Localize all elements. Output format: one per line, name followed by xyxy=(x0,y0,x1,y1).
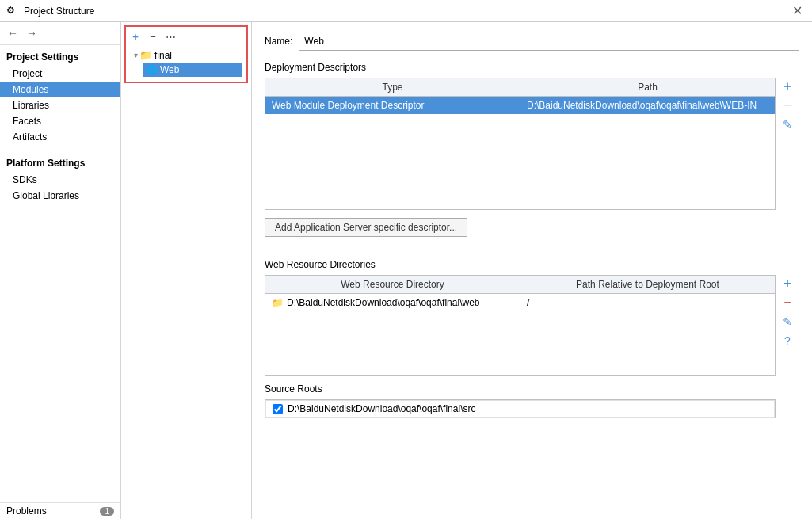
name-input[interactable] xyxy=(299,32,799,51)
sidebar-item-facets[interactable]: Facets xyxy=(0,113,120,129)
deployment-descriptors-table: Type Path Web Module Deployment Descript… xyxy=(265,78,776,210)
problems-item[interactable]: Problems 1 xyxy=(0,502,120,519)
deployment-descriptors-title: Deployment Descriptors xyxy=(265,62,799,73)
empty-space xyxy=(265,114,775,209)
sidebar-item-modules[interactable]: Modules xyxy=(0,82,120,97)
deployment-descriptors-header: Type Path xyxy=(265,78,775,97)
sidebar-item-global-libraries[interactable]: Global Libraries xyxy=(0,188,120,204)
module-tree-toolbar-wrapper: + − ⋯ ▾ 📁 final 🌐 Web xyxy=(124,25,248,83)
sidebar-item-libraries[interactable]: Libraries xyxy=(0,97,120,113)
more-options-button[interactable]: ⋯ xyxy=(162,29,178,44)
add-application-server-button[interactable]: Add Application Server specific descript… xyxy=(265,218,467,237)
type-cell: Web Module Deployment Descriptor xyxy=(265,97,520,114)
edit-descriptor-button[interactable]: ✎ xyxy=(779,116,796,133)
sidebar-item-sdks[interactable]: SDKs xyxy=(0,172,120,188)
add-descriptor-button[interactable]: + xyxy=(779,78,796,95)
web-resource-header: Web Resource Directory Path Relative to … xyxy=(265,276,775,294)
source-root-checkbox[interactable] xyxy=(273,404,283,414)
title-bar: ⚙ Project Structure ✕ xyxy=(0,0,812,22)
path-column-header: Path xyxy=(520,78,775,96)
problems-badge: 1 xyxy=(100,507,114,516)
content-area: Name: Deployment Descriptors Type Path W… xyxy=(252,22,812,519)
project-settings-label: Project Settings xyxy=(0,45,120,66)
remove-module-button[interactable]: − xyxy=(145,29,161,44)
web-resource-directories-container: Web Resource Directory Path Relative to … xyxy=(265,275,776,376)
tree-item-web-label: Web xyxy=(160,64,179,75)
path-cell: D:\BaiduNetdiskDownload\oqaf\oqaf\final\… xyxy=(520,97,775,114)
edit-web-resource-button[interactable]: ✎ xyxy=(779,313,796,330)
web-resource-directories-title: Web Resource Directories xyxy=(265,259,799,270)
tree-item-final-label: final xyxy=(154,50,172,61)
web-folder-icon: 📁 xyxy=(272,297,284,308)
module-tree-panel: + − ⋯ ▾ 📁 final 🌐 Web xyxy=(121,22,252,519)
web-resource-table-row[interactable]: 📁 D:\BaiduNetdiskDownload\oqaf\oqaf\fina… xyxy=(265,294,775,311)
type-column-header: Type xyxy=(265,78,520,96)
source-roots-container: D:\BaiduNetdiskDownload\oqaf\oqaf\final\… xyxy=(265,399,776,418)
deployment-descriptors-container: Type Path Web Module Deployment Descript… xyxy=(265,78,776,210)
relative-path-column-header: Path Relative to Deployment Root xyxy=(520,276,775,293)
module-tree-toolbar: + − ⋯ xyxy=(128,29,245,44)
add-web-resource-button[interactable]: + xyxy=(779,275,796,292)
folder-icon: 📁 xyxy=(139,49,152,61)
add-server-descriptor-wrapper: Add Application Server specific descript… xyxy=(265,218,799,248)
source-roots-title: Source Roots xyxy=(265,384,799,395)
web-resource-empty-space xyxy=(265,311,775,375)
sidebar-nav: ← → xyxy=(0,22,120,45)
problems-label: Problems xyxy=(6,506,47,517)
relative-path-cell: / xyxy=(520,294,775,311)
source-roots-table: D:\BaiduNetdiskDownload\oqaf\oqaf\final\… xyxy=(265,399,776,418)
app-icon: ⚙ xyxy=(6,5,19,17)
remove-web-resource-button[interactable]: − xyxy=(779,294,796,311)
web-resource-side-buttons: + − ✎ ? xyxy=(779,275,796,349)
module-icon: 🌐 xyxy=(147,65,158,75)
tree-content: ▾ 📁 final 🌐 Web xyxy=(128,44,245,80)
sidebar-item-project[interactable]: Project xyxy=(0,66,120,82)
forward-button[interactable]: → xyxy=(24,25,40,41)
source-root-path: D:\BaiduNetdiskDownload\oqaf\oqaf\final\… xyxy=(288,403,475,414)
help-web-resource-button[interactable]: ? xyxy=(779,332,796,349)
deployment-side-buttons: + − ✎ xyxy=(779,78,796,133)
platform-settings-label: Platform Settings xyxy=(0,151,120,172)
table-row[interactable]: Web Module Deployment Descriptor D:\Baid… xyxy=(265,97,775,114)
web-dir-cell: 📁 D:\BaiduNetdiskDownload\oqaf\oqaf\fina… xyxy=(265,294,520,311)
name-row: Name: xyxy=(265,32,799,51)
sidebar: ← → Project Settings Project Modules Lib… xyxy=(0,22,121,519)
add-module-button[interactable]: + xyxy=(128,29,143,44)
source-root-row[interactable]: D:\BaiduNetdiskDownload\oqaf\oqaf\final\… xyxy=(265,400,775,418)
back-button[interactable]: ← xyxy=(5,25,21,41)
title-bar-text: Project Structure xyxy=(24,6,789,17)
name-label: Name: xyxy=(265,36,292,47)
remove-descriptor-button[interactable]: − xyxy=(779,97,796,114)
tree-item-final[interactable]: ▾ 📁 final xyxy=(131,48,242,63)
web-dir-column-header: Web Resource Directory xyxy=(265,276,520,293)
web-resource-directories-table: Web Resource Directory Path Relative to … xyxy=(265,275,776,376)
tree-item-web[interactable]: 🌐 Web xyxy=(143,63,242,77)
sidebar-item-artifacts[interactable]: Artifacts xyxy=(0,129,120,145)
close-button[interactable]: ✕ xyxy=(789,3,806,18)
